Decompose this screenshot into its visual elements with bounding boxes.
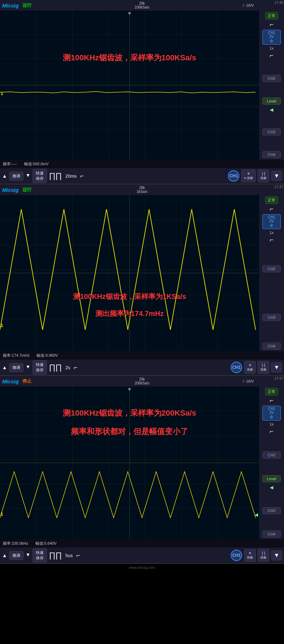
cursor1-2[interactable]: ≡光标 (244, 361, 256, 374)
fine-tune-1[interactable]: 微调 (9, 172, 23, 181)
cursor2-3[interactable]: | |光标 (258, 549, 269, 562)
annotation-3a: 测100KHz锯齿波，采样率为200KSa/s (0, 408, 259, 418)
fine-up-2[interactable]: ▲ (2, 365, 7, 370)
grid-svg-2 (0, 195, 259, 351)
grid-svg-1 (0, 11, 259, 160)
time-display-1: 17:46 (274, 1, 283, 5)
ch-badge-1[interactable]: CH1 (228, 170, 239, 182)
ch4-button-3[interactable]: CH4 (262, 531, 281, 538)
status-bar-2: 频率:174.7mHz 幅值:9.960V (0, 351, 284, 360)
trigger-up-3: ⌐ (270, 397, 274, 404)
ch1-x-label-2: 1x (269, 231, 274, 235)
fine-up-1[interactable]: ▲ (2, 173, 7, 179)
amp-1: 幅值:560.0mV (24, 161, 49, 167)
freq-2: 频率:174.7mHz (3, 353, 29, 358)
quick-save-3[interactable]: 快速 保存 (33, 548, 47, 562)
dropdown-1[interactable]: ▼ (271, 171, 282, 181)
header-right-1: / ⊙0V (243, 3, 254, 8)
ch1-marker-1: 1 (1, 91, 3, 96)
annotation-2b: 测出频率为174.7mHz (0, 309, 259, 318)
dropdown-3[interactable]: ▼ (271, 550, 282, 560)
scope-main-2: 1 测100KHz锯齿波，采样率为1KSa/s 测出频率为174.7mHz 正常… (0, 195, 284, 351)
fine-up-3[interactable]: ▲ (2, 553, 7, 558)
trigger-up-1: ⌐ (270, 21, 274, 28)
freq-3: 频率:100.0kHz (3, 541, 28, 546)
ch2-button-3[interactable]: CH2 (262, 451, 281, 459)
ch1-marker-3: 1 (1, 512, 3, 517)
wave-icon-right-3: ⌐ (76, 552, 80, 559)
ch1-button-2[interactable]: CH1 2V 全 (262, 214, 281, 229)
sample-rate-2: 28k 1kSa/s (137, 186, 148, 194)
quick-save-2[interactable]: 快速 保存 (33, 360, 47, 374)
scope-screen-1: ▼ (0, 11, 259, 160)
normal-badge-3: 正常 (265, 388, 278, 395)
ch1-button-1[interactable]: CH1 2V 全 (262, 30, 281, 45)
status-bar-3: 频率:100.0kHz 幅值:5.640V (0, 539, 284, 548)
ch2-button-2[interactable]: CH2 (262, 265, 281, 272)
time-display-2: 17:47 (274, 185, 283, 189)
side-panel-3: 正常 ⌐ CH1 2V 全 1x ⌐ CH2 Level ◄ CH3 CH4 (259, 387, 284, 539)
annotation-3b: 频率和形状都对，但是幅值变小了 (0, 426, 259, 437)
stop-status-3: 停止 (22, 378, 32, 384)
wave-icon-left-1: ∏∏ (49, 171, 62, 181)
time-display-3: 17:47 (274, 377, 283, 381)
fine-down-1[interactable]: ▲ (26, 173, 31, 179)
run-status-2: 运行 (22, 187, 32, 193)
fine-down-2[interactable]: ▲ (26, 365, 31, 370)
annotation-1: 测100KHz锯齿波，采样率为100KSa/s (0, 52, 259, 63)
header-bar-1: Micsig 运行 28k 100kSa/s / ⊙0V 17:46 (0, 0, 284, 11)
ch-badge-2[interactable]: CH1 (231, 362, 242, 373)
brand-logo-2: Micsig (2, 187, 19, 193)
level-arrow-1: ◄ (269, 107, 274, 113)
ch3-button-2[interactable]: CH3 (262, 314, 281, 321)
side-panel-2: 正常 ⌐ CH1 2V 全 1x ⌐ CH2 CH3 CH4 (259, 195, 284, 351)
sample-rate-1: 28k 100kSa/s (135, 1, 149, 9)
side-panel-1: 正常 ⌐ CH1 2V 全 1x ⌐ CH2 Level ◄ CH3 CH4 (259, 11, 284, 160)
header-right-3: / ⊙0V (243, 379, 254, 384)
level-button-3[interactable]: Level (262, 475, 281, 482)
fine-tune-3[interactable]: 微调 (9, 551, 23, 560)
trigger-up-2: ⌐ (270, 205, 274, 213)
wave-icon-right-1: ⌐ (80, 172, 84, 180)
brand-logo-3: Micsig (2, 378, 19, 384)
ch1-button-3[interactable]: CH1 2V 全 (262, 406, 281, 421)
ch3-button-3[interactable]: CH3 (262, 507, 281, 514)
time-val-3: 5us (64, 553, 74, 558)
ch4-button-1[interactable]: CH4 (262, 151, 281, 158)
scope-screen-3: ▼ 1 ◄ (0, 387, 259, 539)
amp-3: 幅值:5.640V (36, 541, 57, 546)
fine-down-3[interactable]: ▲ (26, 553, 31, 558)
bottom-toolbar-2: ▲ 微调 ▲ 快速 保存 ∏∏ 2s ⌐ CH1 ≡光标 | |光标 ▼ (0, 360, 284, 375)
quick-save-1[interactable]: 快速 保存 (33, 169, 47, 183)
fine-tune-2[interactable]: 微调 (9, 363, 23, 372)
cursor2-1[interactable]: | |光标 (258, 170, 269, 182)
dropdown-2[interactable]: ▼ (271, 362, 282, 372)
cursor2-2[interactable]: | |光标 (258, 361, 269, 374)
ch-badge-3[interactable]: CH1 (231, 550, 242, 561)
scope-screen-2: 1 测100KHz锯齿波，采样率为1KSa/s 测出频率为174.7mHz (0, 195, 259, 351)
cursor1-3[interactable]: ≡光标 (244, 549, 256, 562)
ch4-button-2[interactable]: CH4 (262, 343, 281, 350)
brand-logo-1: Micsig (2, 2, 19, 9)
freq-1: 频率:---- (3, 161, 17, 167)
level-button-1[interactable]: Level (262, 98, 281, 105)
watermark-text: www.micsig.com (129, 566, 155, 570)
oscilloscope-panel-3: Micsig 停止 28k 200kSa/s / ⊙0V 17:47 ▼ (0, 376, 284, 564)
bottom-toolbar-3: ▲ 微调 ▲ 快速 保存 ∏∏ 5us ⌐ CH1 ≡光标 | |光标 ▼ (0, 548, 284, 563)
trigger-icon-3: ⌐ (270, 428, 274, 435)
ch2-button-1[interactable]: CH2 (262, 75, 281, 82)
time-val-2: 2s (64, 365, 72, 370)
ch1-marker-2: 1 (1, 323, 3, 328)
header-bar-2: Micsig 运行 28k 1kSa/s 17:47 (0, 184, 284, 195)
run-status-1: 运行 (22, 2, 32, 9)
scope-main-1: ▼ (0, 11, 284, 160)
trigger-icon-1: ⌐ (270, 52, 274, 59)
cursor1-1[interactable]: ≡≡ 光标 (241, 170, 256, 182)
time-val-1: 20ms (64, 173, 78, 179)
annotation-2a: 测100KHz锯齿波，采样率为1KSa/s (0, 292, 259, 301)
ch3-button-1[interactable]: CH3 (262, 128, 281, 135)
wave-icon-left-3: ∏∏ (49, 551, 62, 560)
normal-badge-1: 正常 (265, 12, 278, 20)
oscilloscope-panel-1: Micsig 运行 28k 100kSa/s / ⊙0V 17:46 ▼ (0, 0, 284, 184)
trigger-arrow-3: ◄ (253, 512, 259, 518)
